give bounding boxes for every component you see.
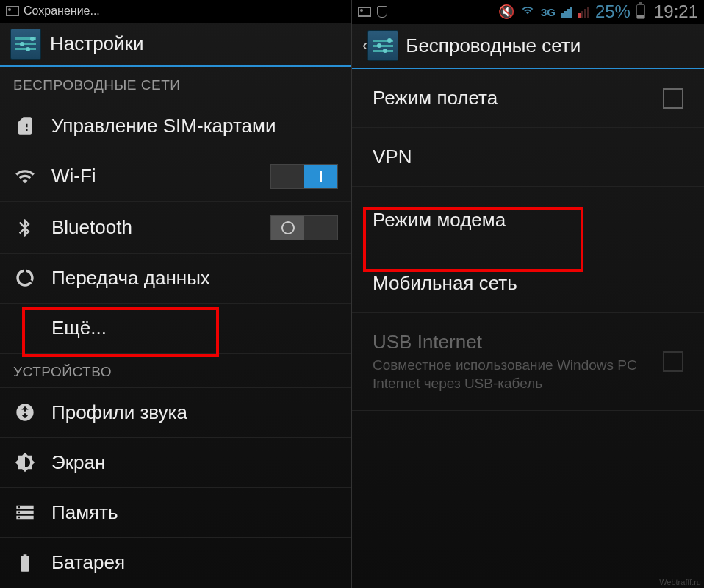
item-label: Профили звука <box>51 401 338 424</box>
status-bar-right: 🔇 3G 25% 19:21 <box>352 0 704 24</box>
page-title-left: Настройки <box>50 32 144 55</box>
signal-icon-sim2 <box>578 7 589 18</box>
status-saving-text: Сохранение... <box>24 4 100 18</box>
item-label: Батарея <box>51 551 338 574</box>
item-airplane-mode[interactable]: Режим полета <box>352 69 704 128</box>
item-usb-internet: USB Internet Совместное использование Wi… <box>352 313 704 411</box>
airplane-checkbox[interactable] <box>663 88 683 109</box>
chevron-left-icon: ‹ <box>362 36 367 55</box>
item-battery[interactable]: Батарея <box>0 538 351 588</box>
signal-icon-sim1 <box>561 7 572 18</box>
item-label: VPN <box>373 146 683 168</box>
wireless-pane-right: 🔇 3G 25% 19:21 ‹ Беспроводные се <box>352 0 704 588</box>
item-display[interactable]: Экран <box>0 438 351 488</box>
item-data-usage[interactable]: Передача данных <box>0 254 351 304</box>
section-device: УСТРОЙСТВО <box>0 354 351 388</box>
storage-icon <box>13 501 37 524</box>
battery-icon <box>636 4 645 19</box>
settings-pane-left: Сохранение... Настройки БЕСПРОВОДНЫЕ СЕТ… <box>0 0 352 588</box>
usb-checkbox <box>663 351 683 372</box>
notification-image-icon <box>6 4 19 18</box>
item-subtitle: Совместное использование Windows PC Inte… <box>373 356 663 392</box>
item-sim-management[interactable]: Управление SIM-картами <box>0 101 351 151</box>
item-label: Wi-Fi <box>51 165 270 187</box>
item-label: USB Internet <box>373 331 663 354</box>
item-mobile-network[interactable]: Мобильная сеть <box>352 254 704 313</box>
item-label: Мобильная сеть <box>373 272 683 295</box>
settings-icon <box>10 29 41 60</box>
settings-icon <box>367 30 398 61</box>
item-label: Ещё... <box>51 317 338 340</box>
section-wireless-networks: БЕСПРОВОДНЫЕ СЕТИ <box>0 67 351 101</box>
item-label: Память <box>51 501 338 524</box>
item-bluetooth[interactable]: Bluetooth <box>0 202 351 254</box>
item-label: Передача данных <box>51 267 338 290</box>
bluetooth-toggle[interactable] <box>270 215 338 240</box>
wifi-icon <box>13 165 37 188</box>
action-bar-wireless[interactable]: ‹ Беспроводные сети <box>352 24 704 69</box>
display-icon <box>13 451 37 474</box>
mute-icon: 🔇 <box>498 4 514 20</box>
shield-icon <box>376 5 389 18</box>
clock: 19:21 <box>654 1 698 22</box>
battery-icon <box>13 551 37 575</box>
wifi-toggle[interactable] <box>270 164 338 189</box>
battery-percent: 25% <box>595 1 631 22</box>
item-label: Экран <box>51 451 338 474</box>
status-bar-left: Сохранение... <box>0 0 351 23</box>
wifi-status-icon <box>520 4 535 20</box>
item-label: Управление SIM-картами <box>51 115 338 137</box>
network-type-label: 3G <box>541 6 556 18</box>
back-button[interactable]: ‹ <box>362 30 398 61</box>
item-more[interactable]: Ещё... <box>0 304 351 354</box>
sim-icon <box>13 114 37 137</box>
item-label: Режим модема <box>373 209 683 232</box>
item-wifi[interactable]: Wi-Fi <box>0 151 351 203</box>
item-vpn[interactable]: VPN <box>352 128 704 187</box>
data-usage-icon <box>13 266 37 290</box>
page-title-right: Беспроводные сети <box>406 35 581 57</box>
notification-image-icon <box>358 5 371 18</box>
item-sound-profiles[interactable]: Профили звука <box>0 388 351 438</box>
action-bar-settings: Настройки <box>0 23 351 67</box>
sound-icon <box>13 401 37 424</box>
item-label: Режим полета <box>373 87 663 110</box>
item-storage[interactable]: Память <box>0 488 351 538</box>
item-tethering[interactable]: Режим модема <box>352 187 704 254</box>
item-label: Bluetooth <box>51 216 270 239</box>
watermark: Webtrafff.ru <box>659 578 701 587</box>
bluetooth-icon <box>13 216 37 240</box>
